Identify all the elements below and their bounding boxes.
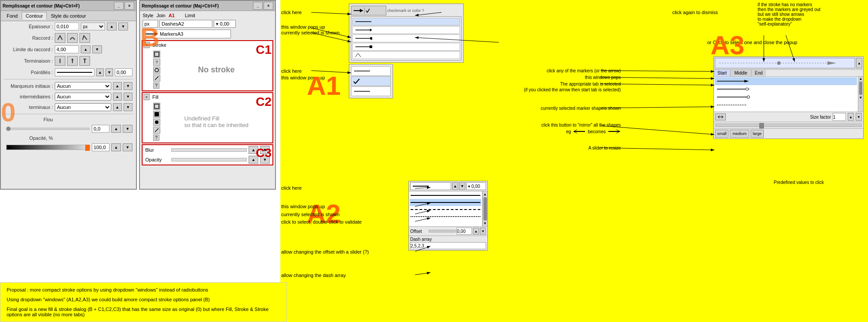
a2-offset-down[interactable]: ▼ <box>480 228 486 235</box>
limit-down[interactable]: ▼ <box>92 45 102 53</box>
a3-arrow-row[interactable] <box>715 58 855 68</box>
fill-question-btn[interactable]: ? <box>153 135 159 141</box>
tab-contour[interactable]: Contour <box>22 12 47 20</box>
blur-slider[interactable] <box>6 127 90 130</box>
a2-offset-up[interactable]: ▲ <box>473 228 479 235</box>
proposal-line3: Final goal is a new fill & stroke dialog… <box>7 307 280 317</box>
thickness-up[interactable]: ▲ <box>107 22 117 30</box>
a3-mirror-btn[interactable] <box>715 113 726 120</box>
limit-up[interactable]: ▲ <box>81 45 91 53</box>
a2-scroll-up[interactable]: ▲ <box>483 192 487 196</box>
dash-input[interactable] <box>115 68 132 76</box>
a2-dash-array-input[interactable] <box>410 242 486 249</box>
a3-size-down[interactable]: ▼ <box>856 113 862 121</box>
a2-scroll-down[interactable]: ▼ <box>483 221 487 225</box>
a2-offset-slider[interactable] <box>429 230 456 232</box>
thickness-input[interactable] <box>55 22 79 30</box>
a2-offset-input[interactable] <box>457 228 472 235</box>
a1-marker-item-2[interactable] <box>352 26 460 34</box>
a3-size-up[interactable]: ▲ <box>848 113 854 121</box>
a1-marker-item-4[interactable] <box>352 43 460 51</box>
panel-0-close[interactable]: × <box>125 2 134 10</box>
a3-tab-middle[interactable]: Middle <box>731 70 751 76</box>
fill-icon-2[interactable] <box>153 111 160 118</box>
start-marker-up[interactable]: ▲ <box>113 82 122 90</box>
panel-b-minimize[interactable]: _ <box>253 2 263 10</box>
end-marker-down[interactable]: ▼ <box>124 103 132 111</box>
end-round[interactable] <box>67 56 78 66</box>
undefined-fill-text: Undefined Fillso that it can be inherite… <box>184 115 248 128</box>
opacity-down[interactable]: ▼ <box>123 143 132 151</box>
join-round[interactable] <box>67 33 78 43</box>
join-miter[interactable] <box>55 33 65 43</box>
a1-marker-item-1[interactable] <box>352 18 460 26</box>
a3-shape-item-2[interactable] <box>715 85 857 93</box>
stroke-question-btn[interactable]: ? <box>153 82 159 89</box>
stroke-icon-2[interactable]: ? <box>153 59 160 66</box>
a3-mirror-row: Size factor ▲ ▼ <box>714 112 863 122</box>
fill-icon-3[interactable] <box>153 119 160 126</box>
start-marker-down[interactable]: ▼ <box>124 82 132 90</box>
a1-marker-item-3[interactable] <box>352 34 460 42</box>
fill-x-btn[interactable]: × <box>143 94 150 100</box>
a2-list-item-3[interactable] <box>410 206 481 213</box>
a1-p2-item-3[interactable] <box>351 86 391 96</box>
join-bevel[interactable] <box>79 33 90 43</box>
a2-list-item-4[interactable] <box>410 213 481 220</box>
opacity-slider[interactable] <box>6 145 90 150</box>
dash-up[interactable]: ▲ <box>96 68 104 76</box>
a3-list-scroll-down[interactable]: ▼ <box>858 96 863 100</box>
a3-list-scroll-up[interactable]: ▲ <box>858 77 863 81</box>
mid-marker-up[interactable]: ▲ <box>113 93 122 101</box>
opacity-up[interactable]: ▲ <box>111 143 121 151</box>
a2-list-item-2[interactable] <box>410 199 481 206</box>
end-butt[interactable] <box>55 56 65 66</box>
a3-medium-btn[interactable]: medium <box>730 130 749 138</box>
panel-b-close[interactable]: × <box>264 2 273 10</box>
mid-marker-select[interactable]: Aucun <box>55 93 111 101</box>
end-square[interactable] <box>79 56 90 66</box>
a2-list-item-1[interactable] <box>410 192 481 199</box>
start-marker-select[interactable]: Aucun <box>55 82 111 90</box>
label-0: 0 <box>1 97 15 127</box>
opacity-input[interactable] <box>92 143 109 151</box>
a3-shape-item-4[interactable] <box>715 101 857 109</box>
end-marker-select[interactable]: Aucun <box>55 103 111 111</box>
mid-marker-down[interactable]: ▼ <box>124 93 132 101</box>
dashes-dropdown-b[interactable]: DashesA2 <box>159 20 212 28</box>
a3-shape-item-1[interactable] <box>715 77 857 85</box>
end-marker-up[interactable]: ▲ <box>113 103 122 111</box>
a3-tab-start[interactable]: Start <box>714 70 731 76</box>
blur-input[interactable] <box>92 125 109 133</box>
stroke-icon-3[interactable] <box>153 67 160 74</box>
limit-input[interactable] <box>55 45 79 53</box>
thickness-down[interactable]: ▼ <box>118 22 128 30</box>
a2-spin-up[interactable]: ▲ <box>452 182 458 190</box>
no-stroke-text: No stroke <box>198 65 234 75</box>
stroke-icon-4[interactable] <box>153 75 160 82</box>
opacity-bar-b[interactable] <box>171 158 247 161</box>
a1-p2-item-1[interactable] <box>351 66 391 76</box>
a3-small-btn[interactable]: small <box>715 130 728 138</box>
fill-icon-1[interactable] <box>153 103 160 110</box>
a3-tab-end[interactable]: End <box>751 70 766 76</box>
a1-p2-item-2[interactable] <box>351 76 391 86</box>
a3-resize-slider[interactable] <box>715 124 862 127</box>
dash-down[interactable]: ▼ <box>106 68 113 76</box>
blur-down[interactable]: ▼ <box>123 125 132 133</box>
blur-bar-b[interactable] <box>171 148 247 152</box>
a3-large-btn[interactable]: large <box>751 130 764 138</box>
fill-icon-4[interactable] <box>153 127 160 134</box>
tab-style-contour[interactable]: Style du contour <box>47 12 90 20</box>
panel-0-minimize[interactable]: _ <box>114 2 124 10</box>
a3-scroll-up[interactable]: ▲ <box>856 58 862 68</box>
dash-label: Pointillés : <box>4 70 53 75</box>
a2-spin-down[interactable]: ▼ <box>459 182 465 190</box>
blur-up[interactable]: ▲ <box>111 125 121 133</box>
thickness-unit[interactable]: px mm <box>81 22 105 30</box>
tab-fond[interactable]: Fond <box>3 12 22 20</box>
a3-size-factor-input[interactable] <box>833 113 846 121</box>
a1-marker-item-5[interactable] <box>352 51 460 59</box>
a3-shape-item-3[interactable] <box>715 93 857 101</box>
value-0-input[interactable]: ▾ 0,00 <box>214 20 236 28</box>
